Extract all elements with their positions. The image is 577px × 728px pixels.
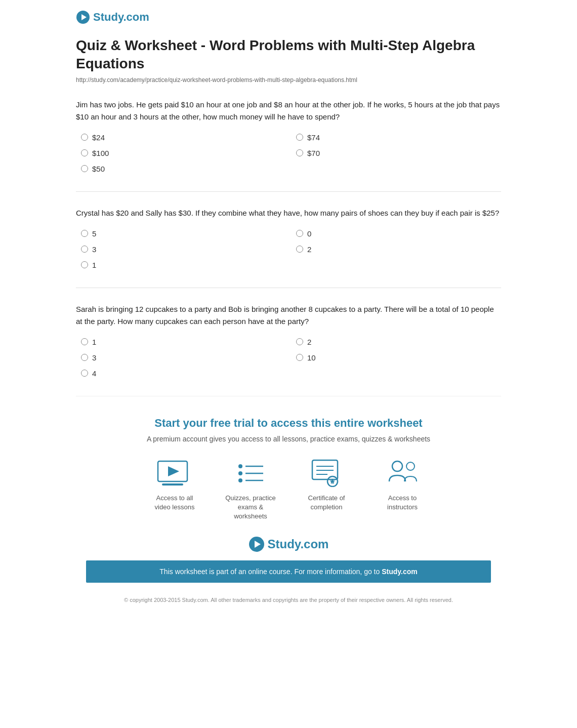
radio-q3-c[interactable] — [81, 354, 88, 361]
radio-q3-b[interactable] — [296, 338, 303, 345]
radio-q2-c[interactable] — [81, 246, 88, 253]
feature-instructors-label: Access toinstructors — [375, 494, 430, 512]
logo-area: Study.com — [76, 10, 501, 24]
feature-video: Access to allvideo lessons — [147, 458, 202, 521]
feature-quizzes-label: Quizzes, practiceexams & worksheets — [223, 494, 278, 521]
answer-q2-c[interactable]: 3 — [81, 245, 286, 254]
svg-point-5 — [238, 464, 242, 468]
answer-q3-e[interactable]: 4 — [81, 369, 286, 378]
answer-q1-c[interactable]: $100 — [81, 149, 286, 157]
feature-video-icon-box — [157, 458, 192, 489]
svg-point-7 — [238, 471, 242, 475]
features-row: Access to allvideo lessons Quizzes, prac… — [86, 458, 491, 521]
copyright: © copyright 2003-2015 Study.com. All oth… — [86, 591, 491, 605]
answer-q1-a[interactable]: $24 — [81, 133, 286, 142]
answer-label-q2-c: 3 — [92, 245, 96, 254]
answer-label-q3-e: 4 — [92, 369, 96, 378]
answer-q1-b[interactable]: $74 — [296, 133, 501, 142]
feature-instructors-icon-box — [385, 458, 420, 489]
answer-label-q1-d: $70 — [307, 149, 320, 157]
quizzes-icon — [235, 460, 266, 487]
trial-title: Start your free trial to access this ent… — [86, 417, 491, 430]
answer-q3-d[interactable]: 10 — [296, 353, 501, 362]
answer-label-q2-e: 1 — [92, 261, 96, 269]
radio-q1-d[interactable] — [296, 149, 303, 156]
answer-q2-d[interactable]: 2 — [296, 245, 501, 254]
svg-point-18 — [392, 461, 402, 471]
page-url: http://study.com/academy/practice/quiz-w… — [76, 76, 501, 84]
feature-quizzes: Quizzes, practiceexams & worksheets — [223, 458, 278, 521]
svg-point-9 — [238, 478, 242, 482]
question-1-answers: $24 $74 $100 $70 $50 — [81, 133, 501, 173]
radio-q3-d[interactable] — [296, 354, 303, 361]
answer-q1-e[interactable]: $50 — [81, 165, 286, 173]
feature-certificate: ★ Certificate ofcompletion — [299, 458, 354, 521]
answer-q3-b[interactable]: 2 — [296, 338, 501, 346]
question-2: Crystal has $20 and Sally has $30. If th… — [76, 207, 501, 269]
info-banner: This worksheet is part of an online cour… — [86, 560, 491, 583]
answer-label-q2-d: 2 — [307, 245, 311, 254]
answer-q2-e[interactable]: 1 — [81, 261, 286, 269]
banner-link[interactable]: Study.com — [382, 568, 418, 576]
feature-quizzes-icon-box — [233, 458, 268, 489]
divider-1 — [76, 191, 501, 192]
instructors-icon — [386, 459, 419, 487]
question-3: Sarah is bringing 12 cupcakes to a party… — [76, 303, 501, 378]
page-title: Quiz & Worksheet - Word Problems with Mu… — [76, 36, 501, 73]
divider-2 — [76, 288, 501, 288]
svg-marker-3 — [168, 466, 179, 476]
answer-label-q1-e: $50 — [92, 165, 105, 173]
answer-q2-a[interactable]: 5 — [81, 229, 286, 238]
answer-label-q1-b: $74 — [307, 133, 320, 142]
svg-rect-4 — [162, 483, 183, 486]
answer-label-q1-a: $24 — [92, 133, 105, 142]
radio-q1-e[interactable] — [81, 165, 88, 172]
question-1-text: Jim has two jobs. He gets paid $10 an ho… — [76, 99, 501, 123]
answer-label-q1-c: $100 — [92, 149, 109, 157]
answer-label-q3-b: 2 — [307, 338, 311, 346]
video-lessons-icon — [157, 460, 192, 487]
radio-q1-b[interactable] — [296, 134, 303, 141]
question-3-answers: 1 2 3 10 4 — [81, 338, 501, 378]
radio-q1-a[interactable] — [81, 134, 88, 141]
question-3-text: Sarah is bringing 12 cupcakes to a party… — [76, 303, 501, 328]
feature-certificate-icon-box: ★ — [309, 458, 344, 489]
radio-q2-a[interactable] — [81, 230, 88, 237]
bottom-logo-text: Study.com — [268, 537, 329, 551]
feature-certificate-label: Certificate ofcompletion — [299, 494, 354, 512]
svg-point-19 — [406, 462, 415, 470]
radio-q2-e[interactable] — [81, 261, 88, 268]
answer-q1-d[interactable]: $70 — [296, 149, 501, 157]
answer-q3-c[interactable]: 3 — [81, 353, 286, 362]
question-1: Jim has two jobs. He gets paid $10 an ho… — [76, 99, 501, 173]
logo-text: Study.com — [93, 11, 149, 24]
answer-label-q3-c: 3 — [92, 353, 96, 362]
radio-q3-a[interactable] — [81, 338, 88, 345]
radio-q2-d[interactable] — [296, 246, 303, 253]
studycom-logo-icon — [76, 10, 90, 24]
svg-text:★: ★ — [329, 478, 335, 485]
radio-q1-c[interactable] — [81, 149, 88, 156]
question-2-answers: 5 0 3 2 1 — [81, 229, 501, 269]
answer-label-q3-d: 10 — [307, 353, 316, 362]
answer-label-q2-a: 5 — [92, 229, 96, 238]
bottom-logo: Study.com — [86, 536, 491, 552]
bottom-logo-icon — [249, 536, 265, 552]
answer-q2-b[interactable]: 0 — [296, 229, 501, 238]
radio-q3-e[interactable] — [81, 370, 88, 377]
feature-video-label: Access to allvideo lessons — [147, 494, 202, 512]
trial-section: Start your free trial to access this ent… — [76, 396, 501, 615]
radio-q2-b[interactable] — [296, 230, 303, 237]
answer-q3-a[interactable]: 1 — [81, 338, 286, 346]
question-2-text: Crystal has $20 and Sally has $30. If th… — [76, 207, 501, 219]
answer-label-q3-a: 1 — [92, 338, 96, 346]
trial-subtitle: A premium account gives you access to al… — [86, 435, 491, 443]
answer-label-q2-b: 0 — [307, 229, 311, 238]
feature-instructors: Access toinstructors — [375, 458, 430, 521]
banner-text: This worksheet is part of an online cour… — [159, 568, 382, 576]
certificate-icon: ★ — [311, 459, 342, 487]
